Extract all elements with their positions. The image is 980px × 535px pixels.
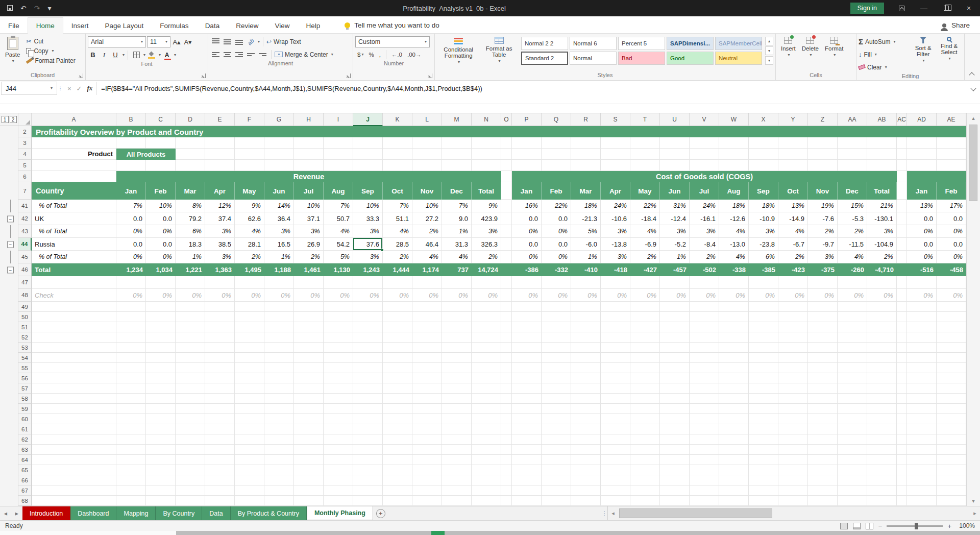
cell-O52[interactable] (501, 332, 512, 343)
cell-Z45[interactable]: 3% (808, 251, 838, 263)
cell-X68[interactable] (749, 496, 778, 506)
cell-AD64[interactable] (907, 455, 937, 465)
cell-style-standard-2[interactable]: Standard 2 (521, 52, 568, 65)
cell-F43[interactable]: 4% (235, 225, 264, 238)
cell-AD67[interactable] (907, 485, 937, 496)
cell-cogs-jul-header[interactable]: Jul (690, 182, 719, 200)
cell-E61[interactable] (205, 424, 235, 434)
cell-D60[interactable] (176, 414, 205, 424)
format-as-table-button[interactable]: Format as Table ▾ (480, 34, 518, 64)
cell-E48[interactable]: 0% (205, 289, 235, 302)
page-layout-view-button[interactable] (853, 523, 861, 529)
sheet-tab-scroll-left-button[interactable]: ◂ (0, 506, 11, 520)
cell-R63[interactable] (571, 445, 601, 455)
cell-V41[interactable]: 24% (690, 200, 719, 212)
cell-U58[interactable] (660, 394, 690, 404)
cell-P51[interactable] (512, 322, 542, 332)
horizontal-scroll-track[interactable] (618, 506, 970, 520)
zoom-slider-thumb[interactable] (915, 523, 918, 529)
cell-S45[interactable]: 3% (601, 251, 630, 263)
cell-K4[interactable] (383, 149, 412, 160)
cell-L51[interactable] (412, 322, 442, 332)
cell-G64[interactable] (264, 455, 294, 465)
select-all-button[interactable] (18, 113, 32, 126)
cell-K66[interactable] (383, 475, 412, 485)
cell-V5[interactable] (690, 160, 719, 171)
cell-J52[interactable] (353, 332, 383, 343)
cell-A6[interactable] (32, 171, 116, 182)
cell-R52[interactable] (571, 332, 601, 343)
cell-AB55[interactable] (867, 363, 897, 373)
cell-N53[interactable] (472, 343, 501, 353)
cell-Q63[interactable] (542, 445, 571, 455)
cell-I48[interactable]: 0% (324, 289, 353, 302)
cell-I64[interactable] (324, 455, 353, 465)
cell-K51[interactable] (383, 322, 412, 332)
cell-G62[interactable] (264, 434, 294, 445)
cell-Y5[interactable] (778, 160, 808, 171)
cell-A62[interactable] (32, 434, 116, 445)
cell-Q64[interactable] (542, 455, 571, 465)
cell-V44[interactable]: -8.4 (690, 238, 719, 251)
cell-A48[interactable]: Check (32, 289, 116, 302)
cell-H41[interactable]: 10% (294, 200, 324, 212)
cell-U59[interactable] (660, 404, 690, 414)
cell-AB60[interactable] (867, 414, 897, 424)
cell-O57[interactable] (501, 383, 512, 394)
cell-S44[interactable]: -13.8 (601, 238, 630, 251)
cell-R45[interactable]: 1% (571, 251, 601, 263)
cell-N41[interactable]: 9% (472, 200, 501, 212)
cell-N60[interactable] (472, 414, 501, 424)
cell-AC59[interactable] (897, 404, 907, 414)
cell-AA49[interactable] (838, 302, 867, 312)
cell-P49[interactable] (512, 302, 542, 312)
cell-B57[interactable] (116, 383, 146, 394)
cell-AB65[interactable] (867, 465, 897, 475)
cell-J59[interactable] (353, 404, 383, 414)
ribbon-tab-view[interactable]: View (266, 18, 298, 33)
cell-G49[interactable] (264, 302, 294, 312)
cell-Z4[interactable] (808, 149, 838, 160)
insert-function-button[interactable]: fx (87, 84, 93, 92)
cell-B49[interactable] (116, 302, 146, 312)
cell-AC49[interactable] (897, 302, 907, 312)
cell-Y3[interactable] (778, 137, 808, 149)
cell-Z51[interactable] (808, 322, 838, 332)
cell-Q66[interactable] (542, 475, 571, 485)
cell-T48[interactable]: 0% (630, 289, 660, 302)
cell-AC61[interactable] (897, 424, 907, 434)
zoom-out-button[interactable]: − (878, 522, 883, 530)
cell-O53[interactable] (501, 343, 512, 353)
cell-P65[interactable] (512, 465, 542, 475)
cell-B64[interactable] (116, 455, 146, 465)
cell-L58[interactable] (412, 394, 442, 404)
cell-T42[interactable]: -18.4 (630, 212, 660, 225)
cell-Y44[interactable]: -6.7 (778, 238, 808, 251)
cell-U62[interactable] (660, 434, 690, 445)
cell-cogs-section-header[interactable]: Cost of Goods sold (COGS) (512, 171, 897, 182)
cell-AE58[interactable] (937, 394, 966, 404)
cell-X65[interactable] (749, 465, 778, 475)
cell-I54[interactable] (324, 353, 353, 363)
cell-A57[interactable] (32, 383, 116, 394)
cell-x-jan-header[interactable]: Jan (907, 182, 937, 200)
decrease-font-button[interactable]: A▾ (183, 37, 193, 47)
cell-R5[interactable] (571, 160, 601, 171)
scroll-down-button[interactable]: ▾ (967, 498, 980, 504)
cell-B58[interactable] (116, 394, 146, 404)
column-header-H[interactable]: H (294, 113, 324, 126)
cell-H66[interactable] (294, 475, 324, 485)
cell-R61[interactable] (571, 424, 601, 434)
column-header-B[interactable]: B (116, 113, 146, 126)
cell-E66[interactable] (205, 475, 235, 485)
cell-AC44[interactable] (897, 238, 907, 251)
cell-H53[interactable] (294, 343, 324, 353)
cell-AC57[interactable] (897, 383, 907, 394)
cell-cogs-apr-header[interactable]: Apr (601, 182, 630, 200)
cell-Q59[interactable] (542, 404, 571, 414)
cell-H45[interactable]: 2% (294, 251, 324, 263)
cell-S64[interactable] (601, 455, 630, 465)
decrease-indent-button[interactable] (246, 49, 256, 60)
cell-R4[interactable] (571, 149, 601, 160)
cell-style-percent-5[interactable]: Percent 5 (618, 37, 665, 50)
